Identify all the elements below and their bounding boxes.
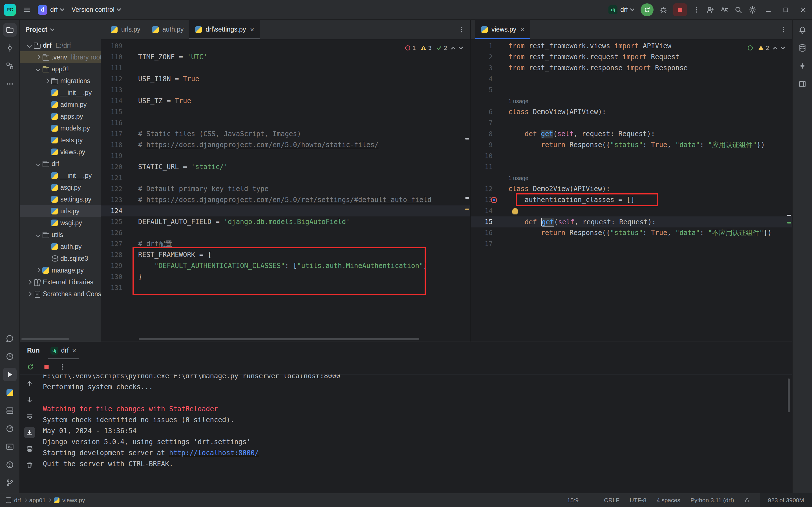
jump-up-icon[interactable] — [24, 378, 35, 389]
search-everywhere-icon[interactable] — [732, 3, 746, 17]
gutter-line-number[interactable]: 17 — [471, 238, 505, 249]
code-line-2[interactable]: 2from rest_framework.request import Requ… — [471, 52, 792, 63]
tree-item-migrations[interactable]: migrations — [20, 75, 101, 87]
tree-item-utils[interactable]: utils — [20, 229, 101, 241]
code-line-16[interactable]: 16 return Response({"status": True, "dat… — [471, 227, 792, 238]
gutter-line-number[interactable]: 130 — [101, 271, 135, 282]
code-line-12[interactable]: 12class Demo2View(APIView): — [471, 183, 792, 194]
gutter-line-number[interactable]: 8 — [471, 128, 505, 139]
code-line-113[interactable]: 113 — [101, 84, 470, 96]
gutter-line-number[interactable]: 109 — [101, 41, 135, 52]
code-line-111[interactable]: 111 — [101, 63, 470, 73]
code-line-115[interactable]: 115 — [101, 107, 470, 117]
prev-problem-chevron-icon[interactable] — [773, 47, 777, 51]
breadcrumb-file[interactable]: views.py — [62, 497, 85, 504]
code-line-7[interactable]: 7 — [471, 117, 792, 128]
code-line-129[interactable]: 129 "DEFAULT_AUTHENTICATION_CLASSES": ["… — [101, 261, 470, 271]
gutter-line-number[interactable]: 128 — [101, 249, 135, 261]
gutter-line-number[interactable]: 122 — [101, 183, 135, 194]
close-icon[interactable]: × — [250, 26, 254, 33]
tree-item-__init__.py[interactable]: __init__.py — [20, 170, 101, 181]
code-line-123[interactable]: 123# https://docs.djangoproject.com/en/5… — [101, 194, 470, 206]
stripe-mark[interactable] — [465, 197, 469, 199]
settings-gear-icon[interactable] — [746, 3, 760, 17]
inspections-widget[interactable]: 1 3 2 — [404, 45, 463, 51]
breadcrumb-project[interactable]: drf — [14, 497, 21, 504]
prev-problem-chevron-icon[interactable] — [451, 47, 455, 51]
code-line-116[interactable]: 116 — [101, 117, 470, 128]
gutter-line-number[interactable]: 12 — [471, 183, 505, 194]
translate-icon[interactable] — [717, 3, 732, 17]
gutter-line-number[interactable]: 121 — [101, 172, 135, 183]
gutter-line-number[interactable]: 14 — [471, 206, 505, 216]
project-panel-header[interactable]: Project — [20, 20, 101, 40]
jump-down-icon[interactable] — [24, 394, 35, 405]
editor-body-right[interactable]: 2 1from rest_framework.views import APIV… — [471, 40, 792, 342]
gutter-line-number[interactable]: 124 — [101, 206, 135, 216]
tree-item-settings.py[interactable]: settings.py — [20, 193, 101, 205]
gutter-line-number[interactable]: 3 — [471, 63, 505, 73]
gutter-line-number[interactable]: 4 — [471, 73, 505, 84]
minimize-button[interactable] — [760, 0, 777, 20]
code-line-130[interactable]: 130} — [101, 271, 470, 282]
tree-item-apps.py[interactable]: apps.py — [20, 110, 101, 122]
gutter-line-number[interactable]: 115 — [101, 107, 135, 117]
tree-item-Scratches and Consoles[interactable]: Scratches and Consoles — [20, 288, 101, 300]
tree-item-models.py[interactable]: models.py — [20, 122, 101, 134]
code-inlay-row[interactable]: 1 usage — [471, 172, 792, 183]
code-line-14[interactable]: 14 — [471, 206, 792, 216]
gutter-line-number[interactable]: 5 — [471, 84, 505, 96]
code-line-11[interactable]: 11 — [471, 162, 792, 172]
line-separator-widget[interactable]: CRLF — [604, 497, 619, 504]
gutter-line-number[interactable]: 1 — [471, 41, 505, 52]
gutter-line-number[interactable]: 118 — [101, 139, 135, 151]
gutter-line-number[interactable]: 119 — [101, 151, 135, 162]
usage-inlay[interactable]: 1 usage — [508, 175, 528, 181]
errors-count[interactable]: 1 — [404, 45, 416, 51]
gutter-line-number[interactable]: 112 — [101, 73, 135, 84]
tree-chevron-icon[interactable] — [36, 55, 41, 60]
profiler-tool-icon[interactable] — [3, 422, 17, 436]
gutter-line-number[interactable]: 10 — [471, 151, 505, 162]
structure-tool-icon[interactable] — [3, 59, 17, 73]
tree-chevron-icon[interactable] — [27, 292, 32, 296]
tree-chevron-icon[interactable] — [27, 43, 32, 48]
tree-item-.venv[interactable]: .venvlibrary root — [20, 51, 101, 63]
stripe-mark[interactable] — [787, 215, 791, 216]
interpreter-widget[interactable]: Python 3.11 (drf) — [691, 497, 734, 504]
run-more-kebab-icon[interactable] — [690, 3, 703, 17]
code-line-13[interactable]: 13 authentication_classes = [] — [471, 194, 792, 206]
gutter-line-number[interactable]: 126 — [101, 227, 135, 238]
gutter-line-number[interactable]: 114 — [101, 96, 135, 107]
tree-item-drf[interactable]: drfE:\drf — [20, 40, 101, 51]
tree-item-auth.py[interactable]: auth.py — [20, 241, 101, 252]
gutter-line-number[interactable]: 129 — [101, 261, 135, 271]
caret-position[interactable]: 15:9 — [567, 497, 579, 504]
tree-item-admin.py[interactable]: admin.py — [20, 99, 101, 110]
stripe-mark[interactable] — [465, 209, 469, 210]
code-line-5[interactable]: 5 — [471, 84, 792, 96]
close-icon[interactable]: × — [520, 26, 525, 33]
project-horizontal-scrollbar[interactable] — [21, 338, 69, 340]
tree-item-manage.py[interactable]: manage.py — [20, 264, 101, 276]
console-vertical-scrollbar[interactable] — [788, 379, 790, 412]
code-line-3[interactable]: 3from rest_framework.response import Res… — [471, 63, 792, 73]
next-problem-chevron-icon[interactable] — [459, 45, 463, 49]
editor-horizontal-scrollbar[interactable] — [139, 338, 419, 340]
gutter-line-number[interactable]: 113 — [101, 84, 135, 96]
notifications-bell-icon[interactable] — [796, 23, 809, 37]
gutter-line-number[interactable]: 123 — [101, 194, 135, 206]
encoding-widget[interactable]: UTF-8 — [630, 497, 647, 504]
tab-urls-py[interactable]: urls.py — [105, 20, 146, 39]
gutter-line-number[interactable]: 125 — [101, 216, 135, 227]
code-line-118[interactable]: 118# https://docs.djangoproject.com/en/5… — [101, 139, 470, 151]
gutter-line-number[interactable]: 110 — [101, 52, 135, 63]
tab-auth-py[interactable]: auth.py — [146, 20, 189, 39]
indent-widget[interactable]: 4 spaces — [657, 497, 680, 504]
editor-body-left[interactable]: 1 3 2 — [101, 40, 470, 342]
code-line-117[interactable]: 117# Static files (CSS, JavaScript, Imag… — [101, 128, 470, 139]
tree-item-__init__.py[interactable]: __init__.py — [20, 87, 101, 99]
code-line-114[interactable]: 114USE_TZ = True — [101, 96, 470, 107]
tree-item-wsgi.py[interactable]: wsgi.py — [20, 217, 101, 229]
terminal-tool-icon[interactable] — [3, 440, 17, 453]
